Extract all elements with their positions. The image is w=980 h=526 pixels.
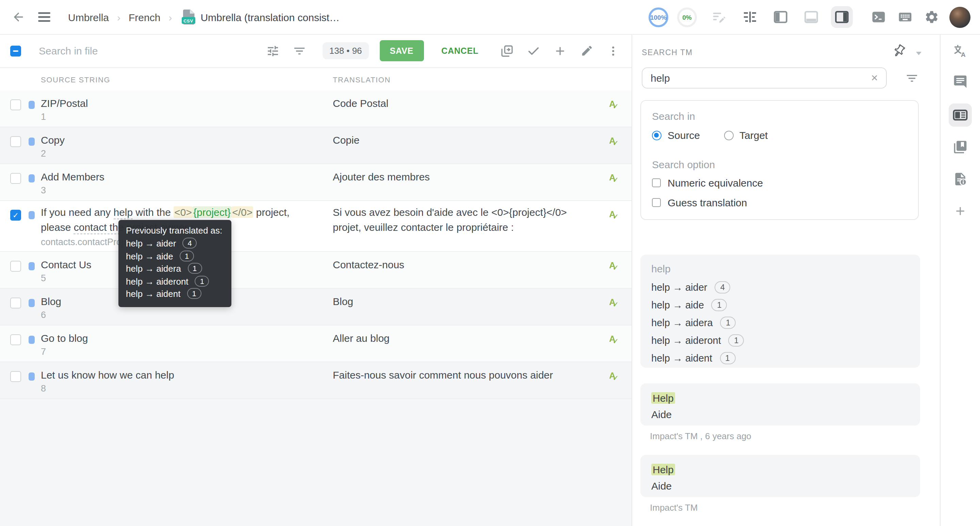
keyboard-icon[interactable] bbox=[896, 8, 914, 26]
searched-term: help bbox=[651, 263, 909, 274]
count-badge: 1 bbox=[187, 288, 202, 299]
row-checkbox[interactable] bbox=[10, 136, 21, 147]
view-split-horizontal-icon[interactable] bbox=[800, 6, 822, 28]
breadcrumb-project[interactable]: Umbrella bbox=[68, 11, 109, 23]
tm-term: help bbox=[114, 206, 133, 219]
string-status-indicator bbox=[29, 137, 35, 146]
table-header: SOURCE STRING TRANSLATION bbox=[0, 68, 632, 91]
settings-gear-icon[interactable] bbox=[923, 8, 940, 26]
tm-match-target: Aide bbox=[651, 478, 909, 494]
approved-icon: A✓ bbox=[609, 209, 620, 220]
save-button[interactable]: SAVE bbox=[380, 40, 424, 61]
radio-target[interactable] bbox=[724, 131, 733, 140]
tm-match-source: Help bbox=[651, 462, 909, 478]
menu-icon[interactable] bbox=[35, 8, 53, 26]
tooltip-item: help → aide 1 bbox=[126, 250, 224, 263]
inline-tag: </0> bbox=[231, 206, 253, 218]
row-checkbox[interactable] bbox=[10, 210, 21, 221]
string-status-indicator bbox=[29, 299, 35, 307]
file-info-icon[interactable] bbox=[949, 167, 972, 191]
tm-search-input[interactable] bbox=[643, 68, 862, 88]
row-checkbox[interactable] bbox=[10, 99, 21, 110]
radio-label: Target bbox=[740, 129, 768, 141]
view-right-panel-icon[interactable] bbox=[831, 6, 853, 28]
previous-translation-item[interactable]: help → aidera 1 bbox=[651, 314, 909, 332]
checkbox-label: Numeric equivalence bbox=[668, 177, 763, 189]
row-checkbox[interactable] bbox=[10, 261, 21, 272]
tm-match-card[interactable]: Help Aide bbox=[640, 383, 920, 426]
table-row[interactable]: ZIP/Postal1Code PostalA✓ bbox=[0, 91, 632, 128]
approve-icon[interactable] bbox=[525, 43, 542, 59]
comments-icon[interactable] bbox=[949, 70, 972, 93]
view-multilingual-icon[interactable] bbox=[739, 6, 761, 28]
previous-translation-item[interactable]: help → aideront 1 bbox=[651, 332, 909, 349]
approved-icon: A✓ bbox=[609, 334, 620, 344]
machine-translation-icon[interactable]: A bbox=[949, 40, 972, 63]
file-title[interactable]: Umbrella (translation consist… bbox=[200, 11, 340, 23]
side-rail: A bbox=[940, 34, 980, 526]
search-option-label: Search option bbox=[652, 159, 715, 170]
cancel-button[interactable]: CANCEL bbox=[437, 45, 482, 56]
tooltip-item: help → aider 4 bbox=[126, 237, 224, 250]
edit-pencil-icon[interactable] bbox=[579, 43, 595, 59]
row-checkbox[interactable] bbox=[10, 371, 21, 382]
previous-translation-item[interactable]: help → aide 1 bbox=[651, 296, 909, 314]
tm-filter-icon[interactable] bbox=[904, 70, 920, 86]
breadcrumb-language[interactable]: French bbox=[129, 11, 160, 23]
user-avatar[interactable] bbox=[950, 6, 970, 27]
view-side-by-side-icon[interactable] bbox=[770, 6, 791, 28]
table-row[interactable]: Copy2CopieA✓ bbox=[0, 128, 632, 164]
translation-text: Si vous avez besoin d'aide avec le <0>{p… bbox=[333, 205, 597, 235]
strings-list: 138 • 96 SAVE CANCEL SOURCE STRING TRANS… bbox=[0, 34, 632, 526]
select-all-checkbox[interactable] bbox=[10, 45, 21, 56]
string-number: 8 bbox=[41, 383, 46, 394]
more-options-icon[interactable] bbox=[605, 43, 621, 59]
table-row[interactable]: Go to blog7Aller au blogA✓ bbox=[0, 325, 632, 362]
previous-translation-item[interactable]: help → aider 4 bbox=[651, 279, 909, 296]
count-badge: 1 bbox=[720, 352, 735, 364]
clear-search-icon[interactable]: ✕ bbox=[869, 72, 880, 83]
previously-translated-tooltip: Previously translated as: help → aider 4… bbox=[118, 220, 231, 307]
row-checkbox[interactable] bbox=[10, 173, 21, 184]
string-status-indicator bbox=[29, 174, 35, 182]
previous-translation-item[interactable]: help → aident 1 bbox=[651, 349, 909, 367]
string-counter: 138 • 96 bbox=[323, 42, 369, 59]
translated-progress-ring[interactable]: 100% bbox=[649, 7, 668, 27]
row-checkbox[interactable] bbox=[10, 298, 21, 308]
table-row[interactable]: If you need any help with the <0>{projec… bbox=[0, 201, 632, 252]
tm-search-box: ✕ bbox=[642, 67, 887, 89]
display-settings-icon[interactable] bbox=[265, 43, 281, 59]
tm-match-card[interactable]: Help Aide bbox=[640, 455, 920, 497]
table-row[interactable]: Let us know how we can help8Faites-nous … bbox=[0, 362, 632, 399]
translation-text: Copie bbox=[333, 133, 597, 148]
panel-chevron-down-icon[interactable] bbox=[916, 52, 921, 55]
count-badge: 1 bbox=[711, 299, 727, 311]
search-in-file-input[interactable] bbox=[37, 44, 255, 57]
approved-progress-ring[interactable]: 0% bbox=[677, 7, 697, 27]
count-badge: 1 bbox=[195, 276, 209, 286]
checkbox-numeric-equivalence[interactable] bbox=[652, 179, 661, 187]
filter-strings-icon[interactable] bbox=[291, 43, 308, 59]
pin-panel-icon[interactable] bbox=[889, 41, 908, 61]
add-string-icon[interactable] bbox=[552, 43, 568, 59]
tm-match-target: Aide bbox=[651, 406, 909, 423]
table-row[interactable]: Add Members3Ajouter des membresA✓ bbox=[0, 164, 632, 201]
back-icon[interactable] bbox=[10, 8, 27, 26]
glossary-icon[interactable] bbox=[949, 135, 972, 159]
checkbox-label: Guess translation bbox=[668, 197, 747, 208]
table-row[interactable]: Contact Us5Contactez-nousA✓ bbox=[0, 252, 632, 289]
terminal-icon[interactable] bbox=[870, 8, 888, 26]
radio-label: Source bbox=[668, 129, 700, 141]
translation-memory-icon[interactable] bbox=[949, 104, 972, 127]
chevron-right-icon: › bbox=[169, 11, 172, 23]
table-row[interactable]: Blog6BlogA✓ bbox=[0, 289, 632, 325]
checkbox-guess-translation[interactable] bbox=[652, 198, 661, 207]
count-badge: 4 bbox=[183, 237, 197, 249]
draft-edit-icon[interactable] bbox=[710, 8, 727, 26]
approved-icon: A✓ bbox=[609, 260, 620, 271]
row-checkbox[interactable] bbox=[10, 334, 21, 345]
add-panel-icon[interactable] bbox=[949, 199, 972, 223]
tooltip-item: help → aident 1 bbox=[126, 288, 224, 301]
copy-source-icon[interactable] bbox=[499, 43, 515, 59]
radio-source[interactable] bbox=[652, 131, 662, 140]
